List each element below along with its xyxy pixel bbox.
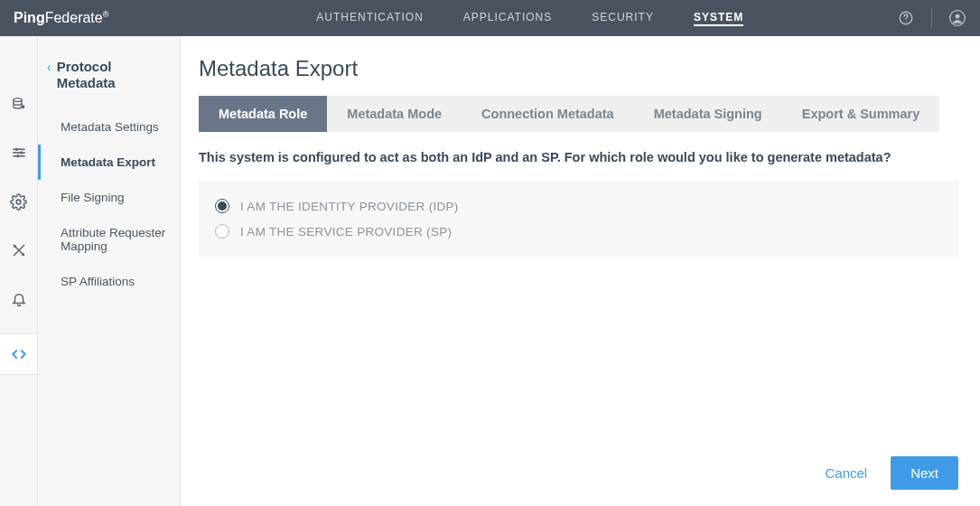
next-button[interactable]: Next — [891, 456, 958, 490]
sliders-icon[interactable] — [10, 144, 28, 162]
svg-point-12 — [16, 200, 21, 204]
svg-point-5 — [21, 105, 24, 108]
icon-rail — [0, 36, 38, 506]
svg-point-4 — [14, 98, 22, 102]
radio-panel: I AM THE IDENTITY PROVIDER (IDP) I AM TH… — [199, 181, 958, 257]
radio-option-sp[interactable]: I AM THE SERVICE PROVIDER (SP) — [215, 219, 942, 244]
svg-point-14 — [22, 253, 24, 256]
logo-light: Federate — [45, 10, 103, 25]
tab-metadata-role[interactable]: Metadata Role — [199, 96, 327, 132]
tab-metadata-mode[interactable]: Metadata Mode — [327, 96, 462, 132]
help-icon[interactable] — [897, 9, 915, 27]
code-icon[interactable] — [10, 345, 28, 363]
chevron-left-icon: ‹ — [47, 59, 51, 75]
sidebar-item-attribute-requester-mapping[interactable]: Attribute Requester Mapping — [38, 215, 180, 264]
gear-icon[interactable] — [10, 192, 28, 211]
side-nav-heading-text: Protocol Metadata — [57, 59, 167, 91]
svg-rect-10 — [20, 152, 22, 155]
svg-rect-11 — [16, 155, 18, 157]
svg-point-3 — [956, 14, 960, 18]
logo-strong: Ping — [14, 10, 45, 25]
radio-icon — [215, 199, 229, 213]
radio-label: I AM THE SERVICE PROVIDER (SP) — [240, 225, 452, 239]
nav-system[interactable]: SYSTEM — [694, 10, 743, 26]
sidebar-item-file-signing[interactable]: File Signing — [38, 180, 180, 215]
bell-icon[interactable] — [10, 290, 28, 308]
user-icon[interactable] — [948, 9, 966, 27]
sidebar-item-sp-affiliations[interactable]: SP Affiliations — [38, 264, 180, 299]
side-nav-heading[interactable]: ‹ Protocol Metadata — [38, 59, 180, 109]
page-title: Metadata Export — [199, 56, 958, 81]
top-header: PingFederate® AUTHENTICATION APPLICATION… — [0, 0, 980, 36]
sidebar-item-metadata-export[interactable]: Metadata Export — [38, 145, 180, 180]
sidebar-item-metadata-settings[interactable]: Metadata Settings — [38, 109, 180, 145]
side-nav: ‹ Protocol Metadata Metadata Settings Me… — [38, 36, 181, 506]
page-description: This system is configured to act as both… — [199, 150, 958, 164]
svg-point-13 — [14, 245, 16, 248]
top-nav: AUTHENTICATION APPLICATIONS SECURITY SYS… — [316, 10, 743, 26]
tab-metadata-signing[interactable]: Metadata Signing — [634, 96, 782, 132]
footer-actions: Cancel Next — [199, 442, 958, 506]
radio-option-idp[interactable]: I AM THE IDENTITY PROVIDER (IDP) — [215, 193, 942, 219]
layout: ‹ Protocol Metadata Metadata Settings Me… — [0, 36, 980, 506]
cancel-button[interactable]: Cancel — [825, 465, 867, 481]
nav-security[interactable]: SECURITY — [592, 10, 654, 26]
tools-icon[interactable] — [10, 241, 28, 259]
radio-icon — [215, 224, 229, 239]
rail-active-wrapper — [0, 333, 37, 375]
svg-point-1 — [905, 21, 906, 22]
tab-connection-metadata[interactable]: Connection Metadata — [462, 96, 634, 132]
main-content: Metadata Export Metadata Role Metadata M… — [181, 36, 980, 506]
radio-label: I AM THE IDENTITY PROVIDER (IDP) — [240, 200, 459, 213]
nav-authentication[interactable]: AUTHENTICATION — [316, 10, 423, 26]
wizard-tabs: Metadata Role Metadata Mode Connection M… — [199, 96, 958, 132]
header-right — [897, 8, 966, 28]
divider — [931, 8, 932, 28]
logo-reg-mark: ® — [103, 10, 109, 19]
nav-applications[interactable]: APPLICATIONS — [463, 10, 552, 26]
tab-export-summary[interactable]: Export & Summary — [782, 96, 940, 132]
database-icon[interactable] — [10, 95, 28, 113]
logo: PingFederate® — [14, 10, 108, 26]
svg-rect-9 — [15, 148, 17, 151]
